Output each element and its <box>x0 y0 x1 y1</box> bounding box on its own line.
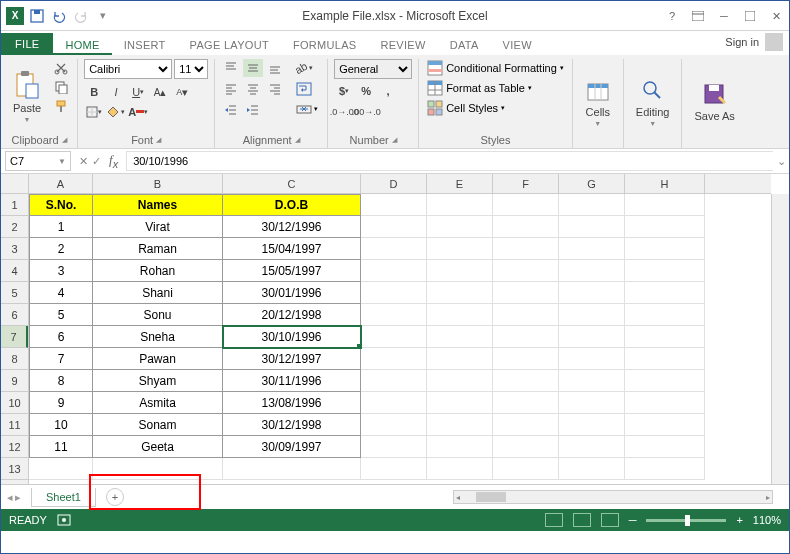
column-header-B[interactable]: B <box>93 174 223 193</box>
save-as-button[interactable]: Save As <box>688 59 740 146</box>
cell-E1[interactable] <box>427 194 493 216</box>
cell-C10[interactable]: 13/08/1996 <box>223 392 361 414</box>
cell-G13[interactable] <box>559 458 625 480</box>
cell-A2[interactable]: 1 <box>29 216 93 238</box>
cut-icon[interactable] <box>51 59 71 77</box>
redo-icon[interactable] <box>71 6 91 26</box>
align-center-icon[interactable] <box>243 80 263 98</box>
cell-A5[interactable]: 4 <box>29 282 93 304</box>
tab-file[interactable]: FILE <box>1 33 53 55</box>
comma-format-icon[interactable]: , <box>378 82 398 100</box>
row-header-4[interactable]: 4 <box>1 260 28 282</box>
select-all-corner[interactable] <box>1 174 29 194</box>
cell-A4[interactable]: 3 <box>29 260 93 282</box>
cell-B1[interactable]: Names <box>93 194 223 216</box>
cell-G7[interactable] <box>559 326 625 348</box>
decrease-decimal-icon[interactable]: .00→.0 <box>356 103 376 121</box>
cell-C5[interactable]: 30/01/1996 <box>223 282 361 304</box>
tab-view[interactable]: VIEW <box>491 35 544 55</box>
enter-formula-icon[interactable]: ✓ <box>92 155 101 168</box>
cell-F7[interactable] <box>493 326 559 348</box>
macro-record-icon[interactable] <box>57 514 71 526</box>
cell-E7[interactable] <box>427 326 493 348</box>
zoom-in-icon[interactable]: + <box>736 514 742 526</box>
align-bottom-icon[interactable] <box>265 59 285 77</box>
tab-page-layout[interactable]: PAGE LAYOUT <box>178 35 281 55</box>
cell-A6[interactable]: 5 <box>29 304 93 326</box>
font-size-select[interactable]: 11 <box>174 59 208 79</box>
cell-G3[interactable] <box>559 238 625 260</box>
cell-E13[interactable] <box>427 458 493 480</box>
row-header-12[interactable]: 12 <box>1 436 28 458</box>
cell-A13[interactable] <box>29 458 93 480</box>
cell-H6[interactable] <box>625 304 705 326</box>
cell-D1[interactable] <box>361 194 427 216</box>
orientation-icon[interactable]: ab▾ <box>293 59 313 77</box>
decrease-indent-icon[interactable] <box>221 101 241 119</box>
cell-F9[interactable] <box>493 370 559 392</box>
font-color-icon[interactable]: A▾ <box>128 103 148 121</box>
cell-C3[interactable]: 15/04/1997 <box>223 238 361 260</box>
cell-G1[interactable] <box>559 194 625 216</box>
sheet-tab-sheet1[interactable]: Sheet1 <box>31 488 96 507</box>
cell-H9[interactable] <box>625 370 705 392</box>
cell-E10[interactable] <box>427 392 493 414</box>
normal-view-icon[interactable] <box>545 513 563 527</box>
paste-button[interactable]: Paste ▼ <box>7 59 47 134</box>
cell-E6[interactable] <box>427 304 493 326</box>
column-header-E[interactable]: E <box>427 174 493 193</box>
row-header-1[interactable]: 1 <box>1 194 28 216</box>
cell-G12[interactable] <box>559 436 625 458</box>
cell-G11[interactable] <box>559 414 625 436</box>
cell-H10[interactable] <box>625 392 705 414</box>
cell-C11[interactable]: 30/12/1998 <box>223 414 361 436</box>
cell-G4[interactable] <box>559 260 625 282</box>
cell-D7[interactable] <box>361 326 427 348</box>
cell-F12[interactable] <box>493 436 559 458</box>
cell-G5[interactable] <box>559 282 625 304</box>
cell-C8[interactable]: 30/12/1997 <box>223 348 361 370</box>
cell-A3[interactable]: 2 <box>29 238 93 260</box>
cell-D9[interactable] <box>361 370 427 392</box>
column-header-D[interactable]: D <box>361 174 427 193</box>
column-header-F[interactable]: F <box>493 174 559 193</box>
row-header-11[interactable]: 11 <box>1 414 28 436</box>
close-icon[interactable]: ✕ <box>763 5 789 27</box>
horizontal-scrollbar[interactable]: ◂ ▸ <box>453 490 773 504</box>
cell-D10[interactable] <box>361 392 427 414</box>
column-header-C[interactable]: C <box>223 174 361 193</box>
undo-icon[interactable] <box>49 6 69 26</box>
cell-G6[interactable] <box>559 304 625 326</box>
cell-H4[interactable] <box>625 260 705 282</box>
cells-area[interactable]: S.No.NamesD.O.B1Virat30/12/19962Raman15/… <box>29 194 771 484</box>
cell-C1[interactable]: D.O.B <box>223 194 361 216</box>
cell-E2[interactable] <box>427 216 493 238</box>
align-right-icon[interactable] <box>265 80 285 98</box>
cell-B8[interactable]: Pawan <box>93 348 223 370</box>
cell-C9[interactable]: 30/11/1996 <box>223 370 361 392</box>
align-top-icon[interactable] <box>221 59 241 77</box>
cell-F3[interactable] <box>493 238 559 260</box>
increase-font-icon[interactable]: A▴ <box>150 83 170 101</box>
cell-G8[interactable] <box>559 348 625 370</box>
cell-A7[interactable]: 6 <box>29 326 93 348</box>
row-header-2[interactable]: 2 <box>1 216 28 238</box>
cell-B11[interactable]: Sonam <box>93 414 223 436</box>
cells-button[interactable]: Cells▼ <box>579 59 617 146</box>
cell-E8[interactable] <box>427 348 493 370</box>
cell-D12[interactable] <box>361 436 427 458</box>
cell-H12[interactable] <box>625 436 705 458</box>
cell-H5[interactable] <box>625 282 705 304</box>
tab-formulas[interactable]: FORMULAS <box>281 35 369 55</box>
cell-B3[interactable]: Raman <box>93 238 223 260</box>
dialog-launcher-icon[interactable]: ◢ <box>392 136 397 144</box>
cell-D3[interactable] <box>361 238 427 260</box>
format-as-table-button[interactable]: Format as Table▾ <box>425 79 566 97</box>
cell-C7[interactable]: 30/10/1996 <box>223 326 361 348</box>
cell-F8[interactable] <box>493 348 559 370</box>
cell-C2[interactable]: 30/12/1996 <box>223 216 361 238</box>
cell-B6[interactable]: Sonu <box>93 304 223 326</box>
page-layout-view-icon[interactable] <box>573 513 591 527</box>
editing-button[interactable]: Editing▼ <box>630 59 676 146</box>
cell-E11[interactable] <box>427 414 493 436</box>
